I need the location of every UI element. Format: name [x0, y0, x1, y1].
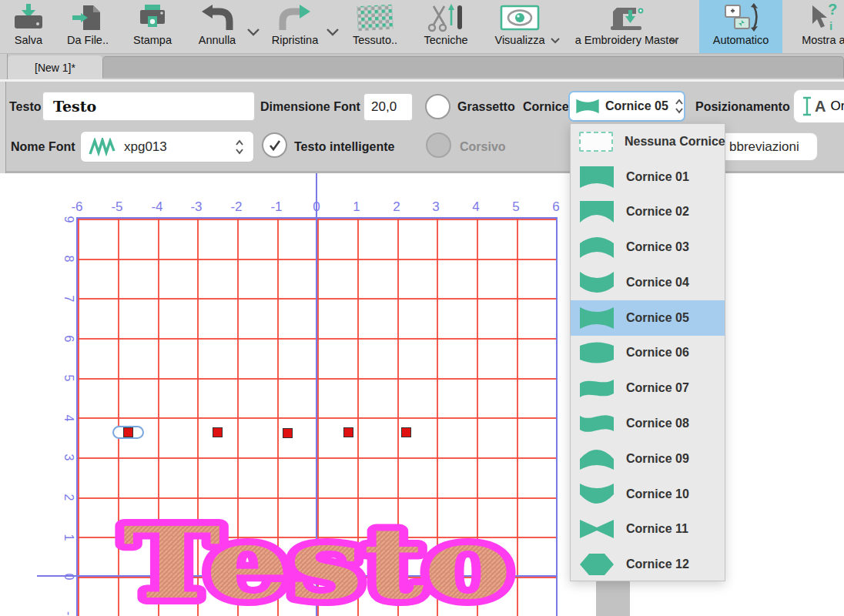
toolbar-from-file-button[interactable]: Da File..: [60, 0, 116, 53]
no-frame-icon: [579, 132, 613, 152]
ruler-y-label: 9: [60, 212, 75, 227]
menu-scroll-tail: [596, 581, 630, 616]
grassetto-label: Grassetto: [457, 100, 515, 114]
toolbar-save-button[interactable]: Salva: [6, 0, 51, 53]
menu-item-cornice-02[interactable]: Cornice 02: [571, 195, 725, 230]
menu-item-cornice-10[interactable]: Cornice 10: [571, 477, 725, 512]
menu-item-cornice-06[interactable]: Cornice 06: [571, 336, 725, 371]
testo-label: Testo: [9, 100, 41, 114]
ruler-y-label: 2: [60, 490, 75, 505]
frame-04-icon: [579, 271, 615, 294]
ruler-x-label: 4: [464, 199, 487, 215]
frame-01-icon: [579, 166, 615, 189]
from-file-icon: [60, 4, 116, 32]
print-icon: [126, 4, 179, 32]
frame-07-icon: [579, 377, 615, 400]
menu-item-cornice-09[interactable]: Cornice 09: [571, 441, 725, 477]
select-updown-icon: [675, 99, 684, 114]
ruler-y-label: 4: [60, 410, 75, 426]
auto-swap-icon: [699, 4, 782, 32]
toolbar-redo-button[interactable]: Ripristina: [265, 0, 325, 53]
svg-text:i: i: [829, 19, 832, 32]
undo-icon: [189, 4, 245, 32]
undo-menu-chevron-icon[interactable]: [246, 28, 260, 36]
select-updown-icon: [235, 139, 244, 155]
embroidery-text: Testo: [123, 505, 512, 616]
tab-new-1[interactable]: [New 1]*: [8, 55, 102, 79]
frame-05-shape-icon: [575, 99, 600, 114]
frame-12-icon: [579, 553, 615, 576]
menu-item-cornice-04[interactable]: Cornice 04: [571, 265, 725, 300]
ruler-x-label: 2: [385, 199, 408, 215]
stitch-anchor[interactable]: [343, 427, 353, 437]
ruler-x-label: -2: [225, 199, 248, 215]
menu-item-cornice-11[interactable]: Cornice 11: [571, 511, 725, 547]
help-cursor-icon: ?i: [790, 4, 844, 32]
toolbar-techniques-button[interactable]: Tecniche: [416, 0, 476, 53]
dimensione-font-input[interactable]: 20,0: [363, 93, 413, 121]
text-cursor-icon: [802, 96, 812, 116]
redo-icon: [265, 4, 325, 32]
toolbar-automatico-button[interactable]: Automatico: [699, 0, 782, 53]
toolbar-embroidery-master-button[interactable]: a Embroidery Master: [567, 0, 687, 53]
ruler-y-label: 3: [60, 450, 75, 465]
ruler-x-label: 5: [504, 199, 528, 215]
stitch-anchor[interactable]: [283, 428, 293, 438]
posizionamento-label: Posizionamento: [695, 100, 790, 114]
stitch-anchor[interactable]: [401, 427, 411, 437]
cornice-dropdown-menu: Nessuna Cornice Cornice 01 Cornice 02 Co…: [570, 123, 725, 581]
ruler-x-label: 3: [424, 199, 447, 215]
toolbar-print-button[interactable]: Stampa: [126, 0, 179, 53]
embroidery-master-menu-chevron-icon[interactable]: [668, 37, 679, 44]
dimensione-font-label: Dimensione Font: [260, 100, 360, 114]
ruler-x-label: 6: [544, 199, 568, 215]
menu-item-nessuna-cornice[interactable]: Nessuna Cornice: [571, 124, 725, 159]
panel-edge: [0, 82, 6, 173]
testo-intelligente-checkbox[interactable]: [262, 132, 287, 158]
stitch-anchor[interactable]: [213, 427, 223, 437]
frame-08-icon: [579, 412, 615, 435]
stitch-anchor[interactable]: [123, 427, 133, 437]
grassetto-radio[interactable]: [425, 94, 450, 119]
toolbar-undo-button[interactable]: Annulla: [189, 0, 245, 53]
eye-icon: [485, 4, 554, 32]
check-icon: [267, 139, 283, 152]
redo-menu-chevron-icon[interactable]: [326, 28, 340, 36]
embroidery-text-object[interactable]: Testo: [108, 499, 528, 616]
menu-item-cornice-05[interactable]: Cornice 05: [571, 300, 725, 336]
ruler-y-label: 8: [60, 251, 75, 266]
corsivo-label: Corsivo: [460, 140, 506, 154]
ruler-y-label: 7: [60, 291, 75, 306]
nome-font-select[interactable]: xpg013: [80, 131, 254, 162]
ruler-y-label: 5: [60, 370, 75, 386]
menu-item-cornice-07[interactable]: Cornice 07: [571, 370, 725, 406]
testo-input[interactable]: Testo: [42, 92, 255, 121]
ruler-x-label: -1: [265, 199, 288, 215]
svg-text:?: ?: [828, 2, 837, 18]
menu-item-cornice-01[interactable]: Cornice 01: [571, 159, 725, 195]
view-menu-chevron-icon[interactable]: [550, 37, 561, 44]
frame-11-icon: [579, 517, 615, 541]
toolbar-fabric-button[interactable]: Tessuto..: [347, 0, 404, 53]
main-toolbar: Salva Da File.. Stampa Annulla: [0, 0, 844, 54]
posizionamento-button[interactable]: A Oriz: [793, 89, 844, 123]
menu-item-cornice-08[interactable]: Cornice 08: [571, 406, 725, 441]
testo-intelligente-label: Testo intelligente: [294, 140, 394, 154]
cornice-label: Cornice: [523, 100, 569, 114]
cornice-select[interactable]: Cornice 05: [568, 91, 685, 122]
frame-02-icon: [579, 200, 615, 223]
tab-empty-area[interactable]: [102, 56, 844, 78]
frame-09-icon: [579, 447, 615, 470]
toolbar-show-help-button[interactable]: ?i Mostra ai: [790, 0, 844, 53]
frame-03-icon: [579, 236, 615, 259]
tab-bar-stub: [0, 54, 8, 79]
frame-10-icon: [579, 483, 615, 506]
ruler-x-label: 1: [345, 199, 368, 215]
menu-item-cornice-12[interactable]: Cornice 12: [571, 547, 725, 582]
ruler-x-label: -5: [106, 199, 129, 215]
ruler-x-label: -4: [146, 199, 169, 215]
corsivo-radio[interactable]: [426, 132, 451, 158]
save-icon: [6, 4, 51, 32]
menu-item-cornice-03[interactable]: Cornice 03: [571, 229, 725, 265]
toolbar-view-button[interactable]: Visualizza: [485, 0, 554, 53]
